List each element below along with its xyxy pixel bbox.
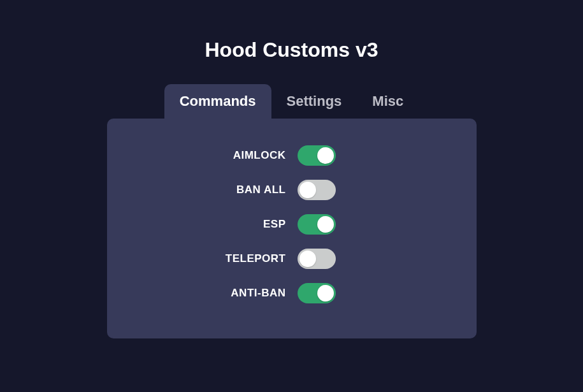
toggle-label-banall: BAN ALL (191, 184, 286, 196)
toggle-row-esp: ESP (120, 214, 464, 235)
toggle-slider-teleport (298, 249, 336, 269)
toggle-aimlock[interactable] (298, 145, 336, 166)
tab-commands[interactable]: Commands (164, 84, 271, 119)
toggle-row-aimlock: AIMLOCK (120, 145, 464, 166)
toggle-teleport[interactable] (298, 249, 336, 269)
app-title: Hood Customs v3 (205, 38, 378, 62)
toggle-label-aimlock: AIMLOCK (191, 149, 286, 162)
toggle-esp[interactable] (298, 214, 336, 235)
toggle-label-teleport: TELEPORT (191, 252, 286, 265)
toggle-row-teleport: TELEPORT (120, 249, 464, 269)
toggle-label-esp: ESP (191, 218, 286, 231)
toggle-slider-esp (298, 214, 336, 235)
toggle-slider-banall (298, 180, 336, 200)
toggle-slider-aimlock (298, 145, 336, 166)
toggle-row-antiban: ANTI-BAN (120, 283, 464, 303)
toggle-slider-antiban (298, 283, 336, 303)
tab-misc[interactable]: Misc (357, 84, 419, 119)
toggle-row-banall: BAN ALL (120, 180, 464, 200)
toggle-antiban[interactable] (298, 283, 336, 303)
toggle-banall[interactable] (298, 180, 336, 200)
toggle-label-antiban: ANTI-BAN (191, 287, 286, 300)
commands-panel: AIMLOCK BAN ALL ESP TELEPORT (107, 119, 477, 338)
tabs-container: Commands Settings Misc (164, 84, 419, 119)
tab-settings[interactable]: Settings (271, 84, 357, 119)
